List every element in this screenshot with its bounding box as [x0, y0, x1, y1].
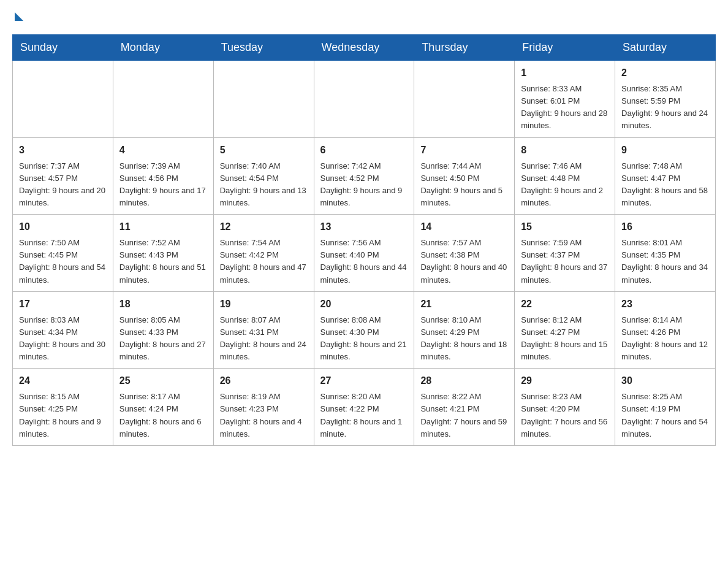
calendar-week-row: 10Sunrise: 7:50 AM Sunset: 4:45 PM Dayli…	[13, 215, 716, 292]
day-number: 21	[420, 297, 508, 312]
calendar-cell: 4Sunrise: 7:39 AM Sunset: 4:56 PM Daylig…	[113, 137, 213, 215]
day-number: 25	[119, 373, 207, 388]
calendar-cell	[13, 61, 113, 138]
calendar-cell: 27Sunrise: 8:20 AM Sunset: 4:22 PM Dayli…	[314, 369, 414, 446]
page-header	[12, 12, 716, 22]
day-info: Sunrise: 7:57 AM Sunset: 4:38 PM Dayligh…	[420, 237, 508, 286]
weekday-header-tuesday: Tuesday	[213, 35, 314, 61]
logo	[12, 12, 23, 22]
day-number: 3	[19, 143, 107, 158]
calendar-cell: 29Sunrise: 8:23 AM Sunset: 4:20 PM Dayli…	[515, 369, 615, 446]
day-info: Sunrise: 8:10 AM Sunset: 4:29 PM Dayligh…	[420, 314, 508, 364]
day-number: 18	[119, 297, 207, 312]
calendar-cell: 28Sunrise: 8:22 AM Sunset: 4:21 PM Dayli…	[414, 369, 515, 446]
day-number: 6	[320, 143, 408, 158]
day-number: 29	[521, 373, 609, 388]
day-info: Sunrise: 8:05 AM Sunset: 4:33 PM Dayligh…	[119, 314, 207, 364]
day-info: Sunrise: 7:46 AM Sunset: 4:48 PM Dayligh…	[521, 160, 609, 210]
calendar-cell: 9Sunrise: 7:48 AM Sunset: 4:47 PM Daylig…	[615, 137, 716, 215]
calendar-cell: 30Sunrise: 8:25 AM Sunset: 4:19 PM Dayli…	[615, 369, 716, 446]
day-info: Sunrise: 7:40 AM Sunset: 4:54 PM Dayligh…	[220, 160, 308, 210]
day-number: 24	[19, 373, 107, 388]
weekday-header-thursday: Thursday	[414, 35, 515, 61]
calendar-cell: 16Sunrise: 8:01 AM Sunset: 4:35 PM Dayli…	[615, 215, 716, 292]
calendar-cell	[414, 61, 515, 138]
logo-blue-text	[12, 12, 23, 22]
calendar-cell: 14Sunrise: 7:57 AM Sunset: 4:38 PM Dayli…	[414, 215, 515, 292]
day-info: Sunrise: 7:59 AM Sunset: 4:37 PM Dayligh…	[521, 237, 609, 286]
day-number: 2	[621, 66, 709, 80]
day-info: Sunrise: 8:20 AM Sunset: 4:22 PM Dayligh…	[320, 391, 408, 440]
day-number: 28	[420, 373, 508, 388]
calendar-cell: 22Sunrise: 8:12 AM Sunset: 4:27 PM Dayli…	[515, 291, 615, 369]
day-number: 17	[19, 297, 107, 312]
day-number: 14	[420, 220, 508, 234]
calendar-cell: 10Sunrise: 7:50 AM Sunset: 4:45 PM Dayli…	[13, 215, 113, 292]
day-info: Sunrise: 7:37 AM Sunset: 4:57 PM Dayligh…	[19, 160, 107, 210]
day-number: 11	[119, 220, 207, 234]
calendar-cell: 24Sunrise: 8:15 AM Sunset: 4:25 PM Dayli…	[13, 369, 113, 446]
weekday-header-saturday: Saturday	[615, 35, 716, 61]
logo-triangle-icon	[15, 12, 23, 21]
day-number: 30	[621, 373, 709, 388]
day-info: Sunrise: 8:19 AM Sunset: 4:23 PM Dayligh…	[220, 391, 308, 440]
calendar-week-row: 1Sunrise: 8:33 AM Sunset: 6:01 PM Daylig…	[13, 61, 716, 138]
day-number: 1	[521, 66, 609, 80]
calendar-cell: 5Sunrise: 7:40 AM Sunset: 4:54 PM Daylig…	[213, 137, 314, 215]
calendar-cell: 8Sunrise: 7:46 AM Sunset: 4:48 PM Daylig…	[515, 137, 615, 215]
calendar-cell: 25Sunrise: 8:17 AM Sunset: 4:24 PM Dayli…	[113, 369, 213, 446]
calendar-week-row: 3Sunrise: 7:37 AM Sunset: 4:57 PM Daylig…	[13, 137, 716, 215]
day-number: 15	[521, 220, 609, 234]
day-number: 5	[220, 143, 308, 158]
weekday-header-wednesday: Wednesday	[314, 35, 414, 61]
calendar-cell: 7Sunrise: 7:44 AM Sunset: 4:50 PM Daylig…	[414, 137, 515, 215]
calendar-table: SundayMondayTuesdayWednesdayThursdayFrid…	[12, 34, 716, 446]
day-info: Sunrise: 7:48 AM Sunset: 4:47 PM Dayligh…	[621, 160, 709, 210]
calendar-cell: 11Sunrise: 7:52 AM Sunset: 4:43 PM Dayli…	[113, 215, 213, 292]
day-info: Sunrise: 8:12 AM Sunset: 4:27 PM Dayligh…	[521, 314, 609, 364]
weekday-header-sunday: Sunday	[13, 35, 113, 61]
day-info: Sunrise: 7:42 AM Sunset: 4:52 PM Dayligh…	[320, 160, 408, 210]
day-number: 16	[621, 220, 709, 234]
weekday-header-row: SundayMondayTuesdayWednesdayThursdayFrid…	[13, 35, 716, 61]
day-info: Sunrise: 8:14 AM Sunset: 4:26 PM Dayligh…	[621, 314, 709, 364]
day-info: Sunrise: 8:22 AM Sunset: 4:21 PM Dayligh…	[420, 391, 508, 440]
calendar-week-row: 24Sunrise: 8:15 AM Sunset: 4:25 PM Dayli…	[13, 369, 716, 446]
calendar-cell: 21Sunrise: 8:10 AM Sunset: 4:29 PM Dayli…	[414, 291, 515, 369]
day-number: 12	[220, 220, 308, 234]
day-number: 23	[621, 297, 709, 312]
day-number: 22	[521, 297, 609, 312]
calendar-cell: 13Sunrise: 7:56 AM Sunset: 4:40 PM Dayli…	[314, 215, 414, 292]
day-info: Sunrise: 8:25 AM Sunset: 4:19 PM Dayligh…	[621, 391, 709, 440]
day-info: Sunrise: 8:33 AM Sunset: 6:01 PM Dayligh…	[521, 83, 609, 132]
day-number: 4	[119, 143, 207, 158]
calendar-cell: 20Sunrise: 8:08 AM Sunset: 4:30 PM Dayli…	[314, 291, 414, 369]
day-number: 20	[320, 297, 408, 312]
calendar-cell: 19Sunrise: 8:07 AM Sunset: 4:31 PM Dayli…	[213, 291, 314, 369]
day-number: 26	[220, 373, 308, 388]
day-info: Sunrise: 8:23 AM Sunset: 4:20 PM Dayligh…	[521, 391, 609, 440]
calendar-cell: 3Sunrise: 7:37 AM Sunset: 4:57 PM Daylig…	[13, 137, 113, 215]
calendar-cell: 2Sunrise: 8:35 AM Sunset: 5:59 PM Daylig…	[615, 61, 716, 138]
weekday-header-friday: Friday	[515, 35, 615, 61]
calendar-cell: 1Sunrise: 8:33 AM Sunset: 6:01 PM Daylig…	[515, 61, 615, 138]
day-info: Sunrise: 7:52 AM Sunset: 4:43 PM Dayligh…	[119, 237, 207, 286]
calendar-cell	[314, 61, 414, 138]
day-info: Sunrise: 8:35 AM Sunset: 5:59 PM Dayligh…	[621, 83, 709, 132]
day-info: Sunrise: 7:39 AM Sunset: 4:56 PM Dayligh…	[119, 160, 207, 210]
day-info: Sunrise: 8:01 AM Sunset: 4:35 PM Dayligh…	[621, 237, 709, 286]
day-info: Sunrise: 8:08 AM Sunset: 4:30 PM Dayligh…	[320, 314, 408, 364]
day-number: 27	[320, 373, 408, 388]
day-info: Sunrise: 8:17 AM Sunset: 4:24 PM Dayligh…	[119, 391, 207, 440]
calendar-cell: 6Sunrise: 7:42 AM Sunset: 4:52 PM Daylig…	[314, 137, 414, 215]
day-info: Sunrise: 7:50 AM Sunset: 4:45 PM Dayligh…	[19, 237, 107, 286]
day-info: Sunrise: 8:07 AM Sunset: 4:31 PM Dayligh…	[220, 314, 308, 364]
day-number: 10	[19, 220, 107, 234]
calendar-cell: 15Sunrise: 7:59 AM Sunset: 4:37 PM Dayli…	[515, 215, 615, 292]
calendar-week-row: 17Sunrise: 8:03 AM Sunset: 4:34 PM Dayli…	[13, 291, 716, 369]
day-info: Sunrise: 7:56 AM Sunset: 4:40 PM Dayligh…	[320, 237, 408, 286]
calendar-cell	[113, 61, 213, 138]
day-info: Sunrise: 7:54 AM Sunset: 4:42 PM Dayligh…	[220, 237, 308, 286]
day-number: 8	[521, 143, 609, 158]
day-number: 7	[420, 143, 508, 158]
